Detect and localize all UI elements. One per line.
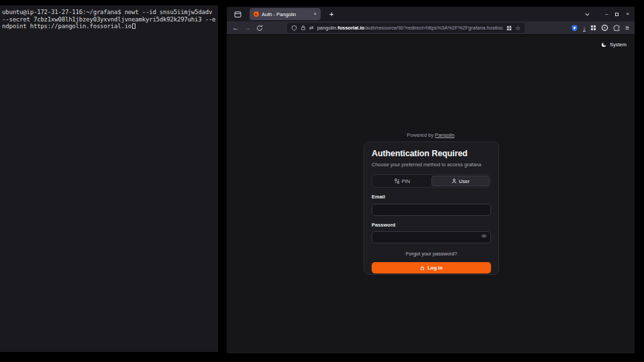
bookmark-star-icon[interactable]: ☆ [515, 25, 521, 32]
theme-label: System [610, 42, 627, 48]
login-button-label: Log in [427, 265, 443, 271]
container-grid-icon[interactable] [506, 25, 512, 31]
url-text: pangolin.fossorial.io/auth/resource/90?r… [317, 25, 503, 31]
browser-window: Auth - Pangolin × + – × ← → [227, 7, 635, 353]
powered-by-line: Powered by Pangolin [227, 132, 635, 138]
terminal-line: --secret 7cbz1xw08lh1jbzey03yxvndljvneam… [2, 16, 216, 23]
tab-user-label: User [459, 178, 470, 184]
navigation-toolbar: ← → ⇄ pangolin.fossorial.io/auth/resourc… [227, 21, 635, 35]
url-domain: fossorial.io [337, 25, 364, 31]
pangolin-brand-link[interactable]: Pangolin [435, 132, 454, 138]
tab-pin[interactable]: PIN [373, 176, 431, 186]
page-content: System Powered by Pangolin Authenticatio… [227, 35, 635, 353]
login-lock-icon [420, 265, 425, 271]
minimize-icon[interactable]: – [605, 11, 608, 17]
moon-icon [601, 42, 607, 48]
terminal-line: ubuntu@ip-172-31-27-116:~/grafana$ newt … [2, 9, 216, 16]
extension-grid-icon[interactable] [590, 25, 596, 31]
password-label: Password [372, 222, 491, 228]
auth-method-tabs: PIN User [372, 174, 491, 188]
close-icon[interactable]: × [626, 11, 629, 17]
tab-user[interactable]: User [431, 176, 490, 186]
email-label: Email [372, 194, 491, 200]
password-manager-shield-icon[interactable] [571, 24, 578, 32]
user-icon [451, 178, 457, 184]
pin-icon [394, 178, 400, 184]
maximize-icon[interactable] [615, 13, 619, 16]
card-title: Authentication Required [372, 149, 491, 158]
show-password-eye-icon[interactable] [481, 233, 487, 239]
terminal-line: ndpoint https://pangolin.fossorial.io [2, 23, 216, 30]
list-all-tabs-chevron-icon[interactable] [584, 11, 590, 17]
https-lock-icon[interactable] [301, 25, 306, 31]
menu-hamburger-icon[interactable]: ≡ [625, 24, 629, 32]
terminal-cursor [132, 23, 136, 29]
url-subdomain: pangolin. [317, 25, 337, 31]
url-path: /auth/resource/90?redirect=https%3A%2F%2… [364, 25, 503, 31]
toolbar-extension-icons: ↓ ≡ [571, 24, 631, 32]
download-arrow-glyph: ↓ [583, 25, 586, 32]
tab-pin-label: PIN [402, 178, 411, 184]
tab-title: Auth - Pangolin [262, 11, 311, 17]
url-bar[interactable]: ⇄ pangolin.fossorial.io/auth/resource/90… [287, 23, 525, 33]
pangolin-favicon-icon [254, 11, 259, 17]
firefox-view-icon[interactable] [233, 10, 242, 19]
back-icon[interactable]: ← [231, 24, 240, 32]
extensions-puzzle-icon[interactable] [613, 24, 621, 32]
powered-by-text: Powered by [407, 132, 434, 138]
password-field[interactable] [372, 231, 491, 243]
tab-bar: Auth - Pangolin × + – × [227, 7, 635, 21]
terminal-window[interactable]: ubuntu@ip-172-31-27-116:~/grafana$ newt … [0, 5, 218, 352]
tab-close-icon[interactable]: × [313, 11, 317, 17]
forward-icon[interactable]: → [243, 24, 252, 32]
new-tab-button[interactable]: + [329, 11, 333, 18]
circle-extension-icon[interactable] [601, 24, 608, 32]
permissions-swap-icon[interactable]: ⇄ [309, 25, 314, 31]
terminal-line-text: ndpoint https://pangolin.fossorial.io [2, 23, 131, 29]
downloads-icon[interactable]: ↓ [583, 24, 586, 32]
tracking-protection-shield-icon[interactable] [291, 25, 297, 32]
window-controls: – × [605, 11, 629, 17]
email-field[interactable] [372, 204, 491, 216]
theme-selector[interactable]: System [601, 42, 627, 48]
reload-icon[interactable] [255, 25, 264, 32]
browser-tab[interactable]: Auth - Pangolin × [250, 8, 321, 20]
card-subtitle: Choose your preferred method to access g… [372, 162, 491, 168]
login-button[interactable]: Log in [372, 262, 491, 274]
password-wrap [372, 230, 491, 244]
tabbar-right-controls: – × [584, 11, 631, 17]
forgot-password-link[interactable]: Forgot your password? [372, 251, 491, 257]
auth-card: Authentication Required Choose your pref… [364, 141, 499, 275]
